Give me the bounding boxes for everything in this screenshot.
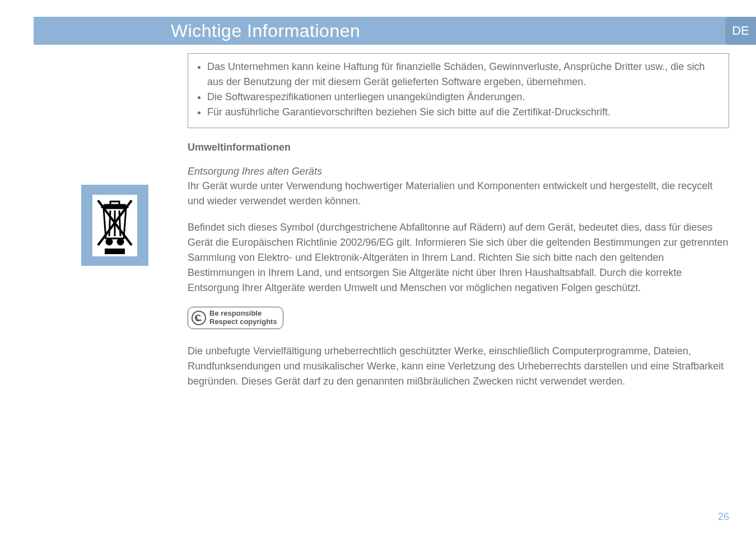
content-area: Das Unternehmen kann keine Haftung für f… xyxy=(188,53,729,400)
weee-bin-icon xyxy=(81,185,148,266)
copyright-circle-icon xyxy=(192,311,206,325)
notice-item: Für ausführliche Garantievorschriften be… xyxy=(207,105,720,120)
notice-item: Die Softwarespezifikationen unterliegen … xyxy=(207,90,720,105)
paragraph: Befindet sich dieses Symbol (durchgestri… xyxy=(188,220,729,296)
copyright-line1: Be responsible xyxy=(209,310,277,318)
header-band: Wichtige Informationen xyxy=(34,17,756,45)
crossed-bin-icon xyxy=(92,195,137,256)
page-number: 26 xyxy=(718,511,729,523)
header-accent xyxy=(34,17,160,45)
svg-point-5 xyxy=(118,239,123,245)
svg-point-4 xyxy=(106,239,112,245)
notice-item: Das Unternehmen kann keine Haftung für f… xyxy=(207,59,720,90)
copyright-text: Be responsible Respect copyrights xyxy=(209,310,277,326)
paragraph: Die unbefugte Vervielfältigung urheberre… xyxy=(188,344,729,389)
notice-box: Das Unternehmen kann keine Haftung für f… xyxy=(188,53,729,128)
svg-rect-8 xyxy=(105,249,125,254)
copyright-line2: Respect copyrights xyxy=(209,318,277,326)
paragraph: Ihr Gerät wurde unter Verwendung hochwer… xyxy=(188,179,729,209)
page-title: Wichtige Informationen xyxy=(160,21,360,41)
section-heading: Umweltinformationen xyxy=(188,142,729,153)
subheading: Entsorgung Ihres alten Geräts xyxy=(188,166,729,177)
language-tab: DE xyxy=(725,17,756,45)
respect-copyrights-badge: Be responsible Respect copyrights xyxy=(188,307,283,329)
